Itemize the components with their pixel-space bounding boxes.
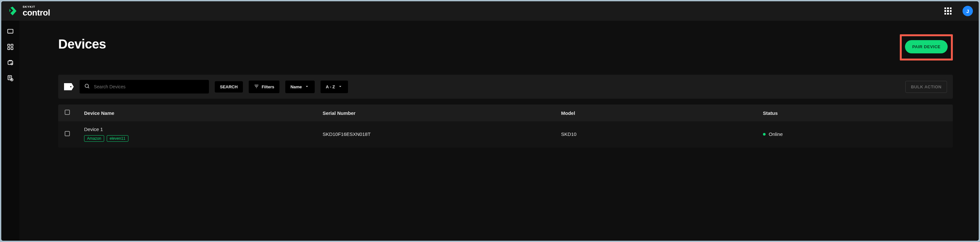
search-input[interactable] bbox=[94, 84, 204, 89]
search-input-wrap[interactable] bbox=[80, 80, 209, 94]
bulk-action-button[interactable]: BULK ACTION bbox=[905, 81, 947, 93]
table-header: Device Name Serial Number Model Status bbox=[58, 105, 953, 121]
status-label: Online bbox=[769, 131, 783, 137]
sidebar-item-reports[interactable] bbox=[7, 75, 14, 81]
svg-rect-1 bbox=[8, 44, 10, 46]
filters-button[interactable]: Filters bbox=[249, 81, 280, 93]
pair-device-highlight: PAIR DEVICE bbox=[900, 34, 953, 61]
device-name: Device 1 bbox=[84, 126, 323, 132]
devices-table: Device Name Serial Number Model Status D… bbox=[58, 105, 953, 148]
col-header-serial[interactable]: Serial Number bbox=[323, 110, 561, 116]
tag-filter-icon[interactable] bbox=[64, 83, 74, 90]
devices-toolbar: SEARCH Filters Name A - Z bbox=[58, 75, 953, 99]
sort-field-label: Name bbox=[290, 84, 302, 89]
apps-menu-icon[interactable] bbox=[944, 8, 951, 14]
col-header-model[interactable]: Model bbox=[561, 110, 763, 116]
col-header-name[interactable]: Device Name bbox=[84, 110, 323, 116]
table-row[interactable]: Device 1 Amazon eleven11 SKD10F16ESXN018… bbox=[58, 121, 953, 148]
top-bar: SKYKIT control J bbox=[1, 1, 979, 21]
device-serial: SKD10F16ESXN018T bbox=[323, 131, 561, 137]
device-tag[interactable]: Amazon bbox=[84, 135, 104, 142]
svg-point-6 bbox=[11, 63, 13, 65]
brand-text: SKYKIT control bbox=[23, 5, 50, 17]
sort-field-dropdown[interactable]: Name bbox=[285, 81, 315, 93]
sidebar-item-policies[interactable] bbox=[7, 59, 14, 66]
filter-icon bbox=[254, 84, 259, 90]
page-title: Devices bbox=[58, 37, 106, 51]
svg-rect-3 bbox=[8, 48, 10, 49]
device-model: SKD10 bbox=[561, 131, 763, 137]
svg-rect-5 bbox=[8, 61, 13, 64]
sort-dir-label: A - Z bbox=[326, 84, 335, 89]
device-tag[interactable]: eleven11 bbox=[107, 135, 129, 142]
sidebar-item-displays[interactable] bbox=[7, 28, 14, 35]
pair-device-button[interactable]: PAIR DEVICE bbox=[905, 40, 948, 53]
sidebar bbox=[1, 21, 19, 241]
brand-logo-icon bbox=[7, 5, 18, 16]
status-dot-icon bbox=[763, 133, 765, 135]
app-frame: SKYKIT control J bbox=[1, 1, 979, 241]
chevron-down-icon bbox=[338, 84, 343, 90]
user-initial: J bbox=[966, 8, 969, 14]
main-content: Devices PAIR DEVICE SEARCH bbox=[19, 21, 979, 241]
select-all-checkbox[interactable] bbox=[65, 110, 70, 115]
search-icon bbox=[84, 83, 90, 90]
device-status: Online bbox=[763, 131, 947, 137]
sort-direction-dropdown[interactable]: A - Z bbox=[321, 81, 348, 93]
svg-rect-0 bbox=[8, 29, 13, 33]
user-avatar[interactable]: J bbox=[963, 6, 973, 16]
filters-label: Filters bbox=[262, 84, 274, 89]
chevron-down-icon bbox=[304, 84, 310, 90]
col-header-status[interactable]: Status bbox=[763, 110, 947, 116]
brand-main-label: control bbox=[23, 8, 50, 17]
search-button[interactable]: SEARCH bbox=[215, 81, 243, 92]
svg-rect-4 bbox=[11, 48, 13, 49]
sidebar-item-apps[interactable] bbox=[7, 43, 14, 51]
row-checkbox[interactable] bbox=[65, 131, 70, 136]
device-tags: Amazon eleven11 bbox=[84, 135, 323, 142]
svg-point-9 bbox=[85, 84, 89, 88]
svg-rect-2 bbox=[11, 44, 13, 46]
